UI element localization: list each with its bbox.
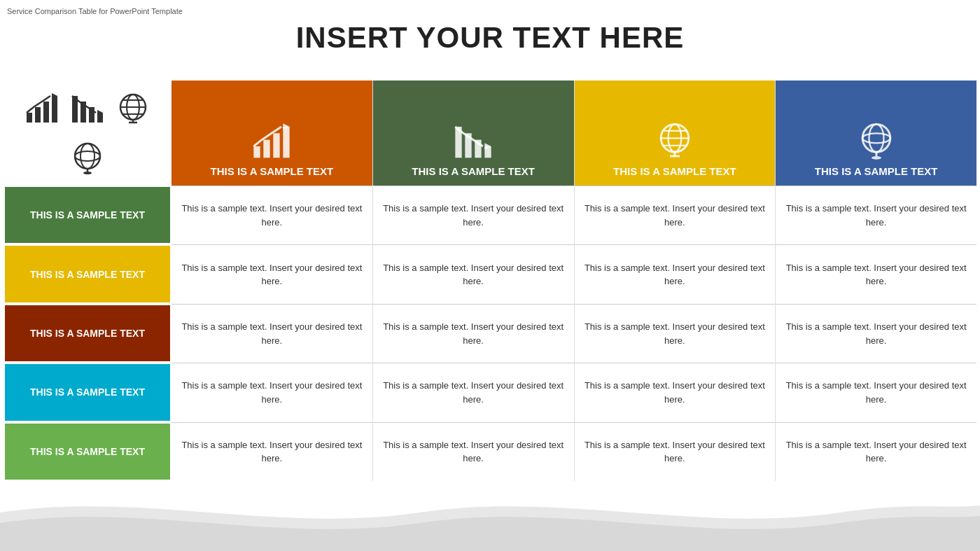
cell-3-1: This is a sample text. Insert your desir… (575, 186, 776, 244)
row-label-2: THIS IS A SAMPLE TEXT (4, 244, 172, 303)
cell-4-4: This is a sample text. Insert your desir… (776, 363, 976, 421)
col-header-2: THIS IS A SAMPLE TEXT (373, 81, 574, 186)
cell-1-1: This is a sample text. Insert your desir… (172, 186, 372, 244)
svg-rect-25 (284, 127, 290, 158)
col-header-3: THIS IS A SAMPLE TEXT (575, 81, 776, 186)
svg-rect-24 (274, 133, 280, 158)
row-label-column: THIS IS A SAMPLE TEXT THIS IS A SAMPLE T… (4, 81, 172, 481)
cell-3-3: This is a sample text. Insert your desir… (575, 304, 776, 363)
svg-rect-3 (52, 96, 57, 123)
col-header-4: THIS IS A SAMPLE TEXT (776, 81, 976, 186)
cell-4-2: This is a sample text. Insert your desir… (776, 244, 976, 303)
cell-4-1: This is a sample text. Insert your desir… (776, 186, 976, 244)
cell-1-3: This is a sample text. Insert your desir… (172, 304, 372, 363)
row-label-3: THIS IS A SAMPLE TEXT (4, 304, 172, 363)
col-header-label-4: THIS IS A SAMPLE TEXT (815, 165, 938, 177)
globe-flat-icon (114, 90, 153, 128)
row-label-4: THIS IS A SAMPLE TEXT (4, 363, 172, 421)
cell-1-4: This is a sample text. Insert your desir… (172, 363, 372, 421)
icon-area-top (4, 81, 172, 186)
col-header-label-1: THIS IS A SAMPLE TEXT (211, 165, 334, 177)
cell-2-1: This is a sample text. Insert your desir… (373, 186, 574, 244)
cell-3-5: This is a sample text. Insert your desir… (575, 422, 776, 481)
column-1: THIS IS A SAMPLE TEXT This is a sample t… (172, 81, 373, 481)
svg-rect-1 (35, 107, 41, 123)
row-label-1: THIS IS A SAMPLE TEXT (4, 186, 172, 244)
svg-point-41 (862, 133, 890, 143)
svg-rect-2 (43, 102, 49, 123)
cell-4-5: This is a sample text. Insert your desir… (776, 422, 976, 481)
column-2: THIS IS A SAMPLE TEXT This is a sample t… (373, 81, 575, 481)
cell-4-3: This is a sample text. Insert your desir… (776, 304, 976, 363)
svg-rect-22 (254, 146, 260, 158)
col-header-label-2: THIS IS A SAMPLE TEXT (412, 165, 535, 177)
svg-point-19 (75, 151, 100, 161)
data-columns: THIS IS A SAMPLE TEXT This is a sample t… (172, 81, 976, 481)
svg-point-17 (75, 144, 100, 169)
svg-rect-0 (27, 113, 32, 123)
column-3: THIS IS A SAMPLE TEXT This is a sample t… (575, 81, 776, 481)
svg-point-21 (83, 172, 92, 174)
cell-3-4: This is a sample text. Insert your desir… (575, 363, 776, 421)
cell-2-4: This is a sample text. Insert your desir… (373, 363, 574, 421)
branding-label: Service Comparison Table for PowerPoint … (7, 7, 183, 15)
wave-decoration (0, 484, 980, 551)
cell-2-2: This is a sample text. Insert your desir… (373, 244, 574, 303)
col-header-label-3: THIS IS A SAMPLE TEXT (613, 165, 736, 177)
svg-point-40 (869, 125, 883, 153)
bar-chart-up-icon (23, 90, 62, 128)
cell-3-2: This is a sample text. Insert your desir… (575, 244, 776, 303)
svg-point-18 (80, 144, 94, 169)
globe-3d-icon (69, 139, 107, 177)
svg-rect-23 (264, 140, 270, 158)
cell-1-2: This is a sample text. Insert your desir… (172, 244, 372, 303)
row-label-5: THIS IS A SAMPLE TEXT (4, 422, 172, 481)
cell-1-5: This is a sample text. Insert your desir… (172, 422, 372, 481)
svg-point-39 (862, 125, 890, 153)
cell-2-3: This is a sample text. Insert your desir… (373, 304, 574, 363)
col-header-1: THIS IS A SAMPLE TEXT (172, 81, 372, 186)
bar-chart-down-icon (69, 90, 107, 128)
svg-point-43 (872, 156, 881, 160)
comparison-table: THIS IS A SAMPLE TEXT THIS IS A SAMPLE T… (4, 81, 976, 481)
column-4: THIS IS A SAMPLE TEXT This is a sample t… (776, 81, 976, 481)
cell-2-5: This is a sample text. Insert your desir… (373, 422, 574, 481)
